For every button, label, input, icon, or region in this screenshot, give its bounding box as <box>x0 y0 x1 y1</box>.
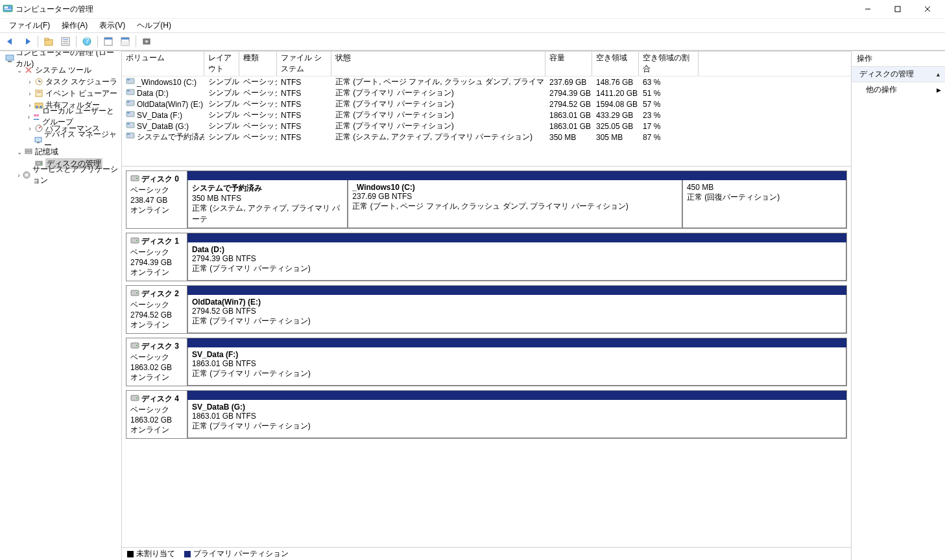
svg-rect-2 <box>5 9 11 10</box>
disk-icon <box>130 342 139 351</box>
menu-view[interactable]: 表示(V) <box>94 19 130 32</box>
tree-device-manager[interactable]: ›デバイス マネージャー <box>1 134 120 146</box>
partition-topbar <box>187 338 846 347</box>
volume-list[interactable]: ボリューム レイアウト 種類 ファイル システム 状態 容量 空き領域 空き領域… <box>122 51 851 167</box>
svg-rect-22 <box>6 55 14 60</box>
tree-task-scheduler[interactable]: ›タスク スケジューラ <box>1 76 120 88</box>
col-free-pct[interactable]: 空き領域の割合 <box>639 51 699 76</box>
back-button[interactable] <box>3 34 18 49</box>
disk-header[interactable]: ディスク 4 ベーシック 1863.02 GB オンライン <box>126 391 187 438</box>
svg-rect-51 <box>127 112 130 113</box>
disk-title: ディスク 1 <box>141 236 179 247</box>
settings-button[interactable] <box>139 34 154 49</box>
volume-row[interactable]: SV_DataB (G:)シンプルベーシックNTFS正常 (プライマリ パーティ… <box>122 121 851 132</box>
partition[interactable]: SV_Data (F:)1863.01 GB NTFS正常 (プライマリ パーテ… <box>187 347 846 386</box>
volume-row[interactable]: Data (D:)シンプルベーシックNTFS正常 (プライマリ パーティション)… <box>122 88 851 99</box>
expand-icon[interactable]: › <box>26 102 34 109</box>
disk-row[interactable]: ディスク 0 ベーシック 238.47 GB オンラインシステムで予約済み350… <box>126 170 847 229</box>
svg-rect-55 <box>127 134 130 135</box>
volume-name: OldData(Win7) (E:) <box>137 100 203 109</box>
col-filesystem[interactable]: ファイル システム <box>277 51 331 76</box>
view-list-button[interactable] <box>101 34 116 49</box>
volume-row[interactable]: SV_Data (F:)シンプルベーシックNTFS正常 (プライマリ パーティシ… <box>122 110 851 121</box>
svg-rect-18 <box>121 41 129 45</box>
expand-icon[interactable]: › <box>26 113 32 121</box>
disk-header[interactable]: ディスク 0 ベーシック 238.47 GB オンライン <box>126 171 187 228</box>
close-button[interactable] <box>913 0 942 18</box>
forward-button[interactable] <box>19 34 35 49</box>
partition-size: 350 MB NTFS <box>192 194 343 203</box>
disk-row[interactable]: ディスク 3 ベーシック 1863.02 GB オンラインSV_Data (F:… <box>126 338 847 386</box>
svg-rect-39 <box>25 152 32 154</box>
partition[interactable]: 450 MB正常 (回復パーティション) <box>682 180 846 228</box>
partition-topbar <box>187 286 846 295</box>
properties-button[interactable] <box>58 34 73 49</box>
actions-more[interactable]: 他の操作 ▶ <box>852 82 945 97</box>
partition[interactable]: システムで予約済み350 MB NTFS正常 (システム, アクティブ, プライ… <box>187 180 348 228</box>
expand-icon[interactable]: › <box>26 90 34 97</box>
menu-help[interactable]: ヘルプ(H) <box>132 19 176 32</box>
col-status[interactable]: 状態 <box>331 51 545 76</box>
disk-row[interactable]: ディスク 2 ベーシック 2794.52 GB オンラインOldData(Win… <box>126 285 847 334</box>
tree-services[interactable]: ›サービスとアプリケーション <box>1 169 120 181</box>
partition-name: システムで予約済み <box>192 183 343 194</box>
disk-graphical-pane[interactable]: ディスク 0 ベーシック 238.47 GB オンラインシステムで予約済み350… <box>122 167 851 547</box>
tree-local-users[interactable]: ›ローカル ユーザーとグループ <box>1 111 120 122</box>
actions-disk-management[interactable]: ディスクの管理 ▲ <box>852 67 945 82</box>
menu-file[interactable]: ファイル(F) <box>4 19 55 32</box>
col-volume[interactable]: ボリューム <box>122 51 204 76</box>
svg-rect-60 <box>131 290 139 296</box>
expand-icon[interactable]: › <box>26 125 34 132</box>
svg-rect-37 <box>37 142 40 143</box>
partition[interactable]: _Windows10 (C:)237.69 GB NTFS正常 (ブート, ペー… <box>348 180 682 228</box>
up-button[interactable] <box>41 34 56 49</box>
partition[interactable]: Data (D:)2794.39 GB NTFS正常 (プライマリ パーティショ… <box>187 242 846 281</box>
volume-row[interactable]: OldData(Win7) (E:)シンプルベーシックNTFS正常 (プライマリ… <box>122 99 851 110</box>
svg-rect-62 <box>131 343 139 348</box>
partition-size: 2794.52 GB NTFS <box>192 307 842 316</box>
collapse-icon[interactable]: ⌄ <box>16 67 23 74</box>
disk-type: ベーシック <box>130 185 183 196</box>
tree-event-viewer[interactable]: ›イベント ビューアー <box>1 88 120 99</box>
performance-icon <box>34 123 44 134</box>
partition-size: 450 MB <box>687 183 842 192</box>
help-button[interactable]: ? <box>79 34 95 49</box>
expand-icon[interactable]: › <box>16 172 22 179</box>
col-layout[interactable]: レイアウト <box>204 51 239 76</box>
partition-name: _Windows10 (C:) <box>352 183 678 192</box>
menu-action[interactable]: 操作(A) <box>56 19 93 32</box>
view-detail-button[interactable] <box>117 34 133 49</box>
tree-pane[interactable]: コンピューターの管理 (ローカル) ⌄システム ツール ›タスク スケジューラ … <box>0 51 122 560</box>
volume-row[interactable]: システムで予約済みシンプルベーシックNTFS正常 (システム, アクティブ, プ… <box>122 132 851 143</box>
disk-size: 1863.02 GB <box>130 363 183 372</box>
disk-row[interactable]: ディスク 1 ベーシック 2794.39 GB オンラインData (D:)27… <box>126 233 847 281</box>
volume-row[interactable]: _Windows10 (C:)シンプルベーシックNTFS正常 (ブート, ページ… <box>122 76 851 88</box>
computer-icon <box>5 53 14 64</box>
partition-topbar <box>187 391 846 400</box>
volume-header-row: ボリューム レイアウト 種類 ファイル システム 状態 容量 空き領域 空き領域… <box>122 51 851 76</box>
volume-icon <box>126 88 135 96</box>
partition-status: 正常 (プライマリ パーティション) <box>192 316 842 327</box>
disk-header[interactable]: ディスク 3 ベーシック 1863.02 GB オンライン <box>126 338 187 386</box>
disk-size: 1863.02 GB <box>130 415 183 425</box>
tree-root[interactable]: コンピューターの管理 (ローカル) <box>1 52 120 64</box>
disk-type: ベーシック <box>130 352 183 363</box>
expand-icon[interactable]: › <box>26 78 34 86</box>
partition-topbar <box>187 233 846 242</box>
toolbar-separator <box>76 36 77 47</box>
device-icon <box>33 135 43 145</box>
col-type[interactable]: 種類 <box>239 51 277 76</box>
minimize-button[interactable] <box>853 0 883 18</box>
col-capacity[interactable]: 容量 <box>545 51 592 76</box>
col-free[interactable]: 空き領域 <box>592 51 639 76</box>
partition[interactable]: SV_DataB (G:)1863.01 GB NTFS正常 (プライマリ パー… <box>187 400 846 438</box>
disk-row[interactable]: ディスク 4 ベーシック 1863.02 GB オンラインSV_DataB (G… <box>126 390 847 439</box>
partition[interactable]: OldData(Win7) (E:)2794.52 GB NTFS正常 (プライ… <box>187 295 846 333</box>
collapse-triangle-icon: ▲ <box>935 71 941 78</box>
volume-name: SV_DataB (G:) <box>137 122 189 131</box>
disk-header[interactable]: ディスク 1 ベーシック 2794.39 GB オンライン <box>126 233 187 281</box>
collapse-icon[interactable]: ⌄ <box>16 148 23 156</box>
disk-title: ディスク 2 <box>141 288 179 299</box>
maximize-button[interactable] <box>883 0 913 18</box>
disk-header[interactable]: ディスク 2 ベーシック 2794.52 GB オンライン <box>126 286 187 333</box>
